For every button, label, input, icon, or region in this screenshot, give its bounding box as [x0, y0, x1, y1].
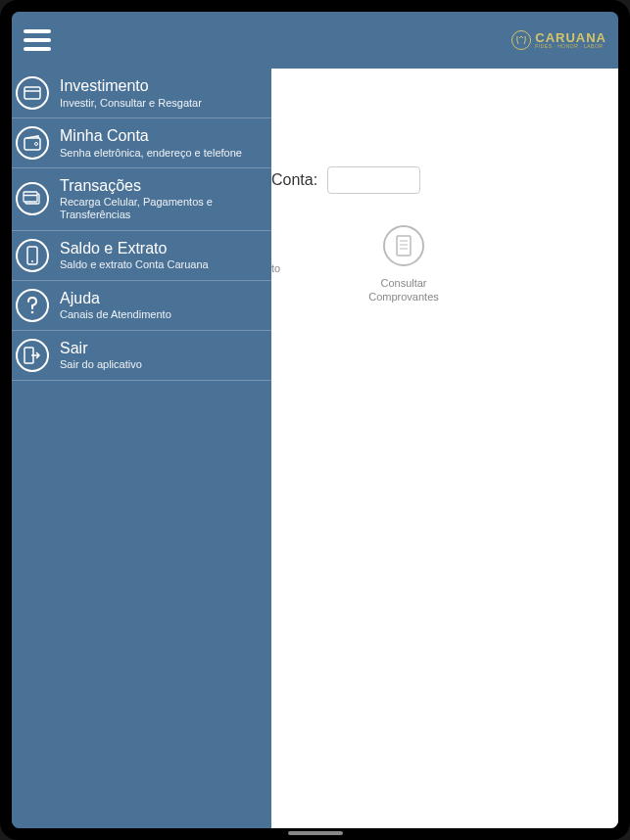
- svg-rect-9: [24, 192, 37, 202]
- svg-point-13: [31, 310, 34, 313]
- app-screen: CARUANA FIDES · HONOR · LABOR Conta: to: [12, 12, 618, 828]
- sidebar-item-title: Saldo e Extrato: [60, 239, 264, 257]
- sidebar-item-investimento[interactable]: Investimento Investir, Consultar e Resga…: [12, 69, 271, 118]
- account-label: Conta:: [271, 171, 317, 189]
- sidebar-item-sair[interactable]: Sair Sair do aplicativo: [12, 331, 271, 381]
- sidebar-item-desc: Canais de Atendimento: [60, 308, 264, 321]
- svg-rect-0: [397, 236, 411, 256]
- sidebar-item-desc: Sair do aplicativo: [60, 358, 264, 371]
- sidebar-item-title: Ajuda: [60, 289, 264, 307]
- svg-rect-4: [24, 87, 40, 99]
- sidebar-item-title: Sair: [60, 339, 264, 357]
- account-row: Conta:: [271, 166, 420, 194]
- phone-icon: [16, 239, 49, 272]
- sidebar-item-title: Investimento: [60, 76, 264, 95]
- cards-icon: [16, 182, 49, 215]
- main-panel: Conta: to Consultar Comprovantes: [271, 69, 618, 828]
- sidebar-item-desc: Senha eletrônica, endereço e telefone: [60, 147, 264, 160]
- sidebar-menu: Investimento Investir, Consultar e Resga…: [12, 69, 271, 381]
- card-icon: [16, 76, 49, 110]
- sidebar-item-desc: Recarga Celular, Pagamentos e Transferên…: [60, 196, 264, 221]
- brand-tagline: FIDES · HONOR · LABOR: [535, 44, 606, 49]
- brand-logo: CARUANA FIDES · HONOR · LABOR: [511, 30, 606, 50]
- sidebar-item-minha-conta[interactable]: Minha Conta Senha eletrônica, endereço e…: [12, 118, 271, 168]
- sidebar-item-desc: Saldo e extrato Conta Caruana: [60, 258, 264, 271]
- svg-point-12: [31, 260, 33, 262]
- action-label: Consultar Comprovantes: [360, 276, 448, 304]
- help-icon: [16, 289, 49, 322]
- partial-action-label: to: [271, 262, 280, 274]
- sidebar-item-ajuda[interactable]: Ajuda Canais de Atendimento: [12, 281, 271, 331]
- home-indicator: [288, 831, 343, 835]
- sidebar-item-desc: Investir, Consultar e Resgatar: [60, 97, 264, 110]
- consultar-comprovantes-button[interactable]: Consultar Comprovantes: [360, 225, 448, 304]
- account-input[interactable]: [327, 166, 420, 194]
- device-frame: CARUANA FIDES · HONOR · LABOR Conta: to: [0, 0, 630, 840]
- sidebar-item-title: Transações: [60, 176, 264, 195]
- sidebar-item-title: Minha Conta: [60, 126, 264, 145]
- exit-icon: [16, 339, 49, 372]
- menu-button[interactable]: [24, 29, 51, 51]
- receipt-icon: [383, 225, 424, 266]
- sidebar-item-transacoes[interactable]: Transações Recarga Celular, Pagamentos e…: [12, 168, 271, 231]
- svg-point-7: [35, 143, 38, 146]
- wallet-icon: [16, 126, 49, 160]
- sidebar-item-saldo-extrato[interactable]: Saldo e Extrato Saldo e extrato Conta Ca…: [12, 231, 271, 281]
- app-header: CARUANA FIDES · HONOR · LABOR: [12, 12, 618, 69]
- content-area: Conta: to Consultar Comprovantes: [12, 69, 618, 828]
- laurel-icon: [511, 30, 531, 50]
